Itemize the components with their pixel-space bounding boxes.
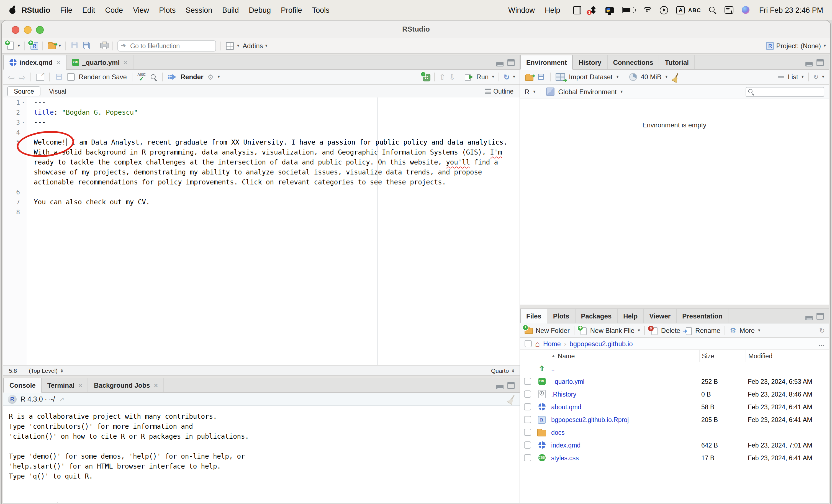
file-name[interactable]: index.qmd (551, 442, 580, 448)
rename-button[interactable]: Rename (695, 326, 720, 334)
gutter-row[interactable]: 6 (3, 187, 27, 197)
rerun-icon[interactable]: ↻ (503, 73, 510, 81)
gutter-row[interactable]: 5 (3, 137, 27, 147)
save-workspace-icon[interactable] (537, 73, 545, 81)
spellcheck-icon[interactable] (137, 73, 146, 81)
list-view-dropdown[interactable]: ▾ (802, 75, 804, 79)
render-button[interactable]: Render (181, 73, 204, 81)
menu-profile[interactable]: Profile (276, 6, 307, 14)
menu-session[interactable]: Session (181, 6, 217, 14)
delete-button[interactable]: Delete (661, 326, 680, 334)
menu-debug[interactable]: Debug (244, 6, 276, 14)
render-icon[interactable] (168, 73, 177, 81)
scope-selector[interactable]: (Top Level) ▲▼ (29, 367, 63, 374)
print-icon[interactable] (100, 42, 108, 50)
find-replace-icon[interactable] (150, 73, 157, 81)
gutter-row[interactable] (3, 157, 27, 167)
file-checkbox[interactable] (524, 391, 531, 398)
dropbox-icon[interactable]: 1 (590, 6, 597, 14)
file-row-rhistory[interactable]: .Rhistory0 BFeb 23, 2024, 8:46 AM (520, 388, 829, 400)
home-icon[interactable]: ⌂ (535, 340, 540, 348)
input-source-icon[interactable]: A (677, 6, 685, 14)
editor-code-area[interactable]: ---title: "Bogdan G. Popescu"---Welcome!… (27, 98, 520, 366)
new-folder-button[interactable]: New Folder (536, 326, 570, 334)
tab-index-qmd[interactable]: index.qmd× (3, 55, 67, 70)
file-row-quarto-yml[interactable]: _quarto.yml252 BFeb 23, 2024, 6:53 AM (520, 375, 829, 388)
file-name[interactable]: _quarto.yml (551, 378, 584, 384)
file-checkbox[interactable] (524, 442, 531, 449)
file-row-[interactable]: .. (520, 362, 829, 375)
minimize-pane-icon[interactable] (496, 62, 503, 66)
open-file-dropdown[interactable]: ▾ (59, 44, 61, 48)
menu-help[interactable]: Help (540, 6, 565, 14)
minimize-pane-icon[interactable] (805, 62, 813, 66)
battery-icon[interactable] (622, 7, 634, 13)
rerun-dropdown[interactable]: ▾ (513, 75, 515, 79)
refresh-dropdown[interactable]: ▾ (822, 75, 824, 79)
run-dropdown[interactable]: ▾ (492, 75, 494, 79)
menu-build[interactable]: Build (217, 6, 244, 14)
tab-packages[interactable]: Packages (575, 309, 618, 323)
editor[interactable]: 1▾23▴45678 ---title: "Bogdan G. Popescu"… (3, 98, 520, 366)
close-icon[interactable]: × (124, 58, 127, 66)
gutter-row[interactable] (3, 147, 27, 157)
gutter-row[interactable]: 2 (3, 107, 27, 117)
tab-environment[interactable]: Environment (520, 55, 573, 70)
tab-terminal[interactable]: Terminal× (42, 378, 88, 392)
tab-files[interactable]: Files (520, 309, 548, 323)
render-settings-dropdown[interactable]: ▾ (218, 75, 220, 79)
menu-code[interactable]: Code (100, 6, 128, 14)
pane-layout-dropdown[interactable]: ▾ (237, 44, 239, 48)
spotlight-icon[interactable] (709, 6, 717, 14)
new-project-icon[interactable]: +R (29, 42, 38, 50)
breadcrumb-overflow[interactable]: ... (819, 340, 824, 348)
maximize-pane-icon[interactable] (816, 313, 824, 319)
file-row-bgpopescu2-github-io-rproj[interactable]: bgpopescu2.github.io.Rproj205 BFeb 23, 2… (520, 413, 829, 426)
tab-tutorial[interactable]: Tutorial (659, 55, 695, 69)
console-output[interactable]: R is a collaborative project with many c… (3, 406, 520, 503)
control-center-icon[interactable] (725, 6, 734, 14)
run-previous-icon[interactable]: ⇧ (439, 73, 445, 81)
gutter-row[interactable]: 4 (3, 127, 27, 137)
minimize-pane-icon[interactable] (496, 384, 503, 389)
file-name[interactable]: .Rhistory (551, 391, 576, 397)
menu-file[interactable]: File (55, 6, 78, 14)
memory-usage-dropdown[interactable]: ▾ (665, 75, 668, 79)
column-name[interactable]: ▲ Name (549, 350, 699, 362)
file-name[interactable]: styles.css (551, 454, 579, 461)
screen-mirroring-icon[interactable] (606, 7, 614, 13)
console-popout-icon[interactable]: ↗ (59, 395, 64, 403)
notebook-icon[interactable] (574, 6, 581, 14)
tab-presentation[interactable]: Presentation (677, 309, 728, 323)
menu-edit[interactable]: Edit (77, 6, 100, 14)
open-in-new-window-icon[interactable] (36, 73, 44, 81)
project-menu[interactable]: R Project: (None) ▾ (765, 42, 826, 50)
tab-help[interactable]: Help (618, 309, 644, 323)
forward-icon[interactable]: ⇨ (19, 73, 25, 81)
file-row-styles-css[interactable]: styles.css17 BFeb 23, 2024, 6:41 AM (520, 451, 829, 464)
tab-plots[interactable]: Plots (548, 309, 575, 323)
wifi-icon[interactable] (643, 7, 652, 13)
file-row-about-qmd[interactable]: about.qmd58 BFeb 23, 2024, 6:41 AM (520, 400, 829, 413)
gutter-row[interactable]: 7 (3, 197, 27, 207)
tab-console[interactable]: Console (3, 378, 42, 393)
new-file-icon[interactable]: + (6, 42, 15, 50)
addins-button[interactable]: Addins ▾ (243, 42, 267, 50)
import-dataset-dropdown[interactable]: ▾ (616, 75, 619, 79)
gutter-row[interactable]: 8 (3, 207, 27, 217)
back-icon[interactable]: ⇦ (8, 73, 15, 81)
save-all-icon[interactable] (82, 42, 90, 50)
gutter-row[interactable]: 3▴ (3, 117, 27, 127)
load-workspace-icon[interactable] (525, 73, 533, 81)
menu-tools[interactable]: Tools (307, 6, 334, 14)
breadcrumb-path[interactable]: bgpopescu2.github.io (569, 340, 632, 348)
file-checkbox[interactable] (524, 454, 531, 461)
gutter-row[interactable] (3, 177, 27, 187)
play-icon[interactable] (660, 6, 668, 14)
file-mode-selector[interactable]: Quarto ▲▼ (491, 367, 520, 374)
file-checkbox[interactable] (524, 429, 531, 436)
close-icon[interactable]: × (154, 381, 158, 389)
render-settings-gear-icon[interactable]: ⚙ (207, 73, 213, 81)
apple-icon[interactable] (9, 6, 17, 14)
menu-rstudio[interactable]: RStudio (17, 6, 55, 14)
